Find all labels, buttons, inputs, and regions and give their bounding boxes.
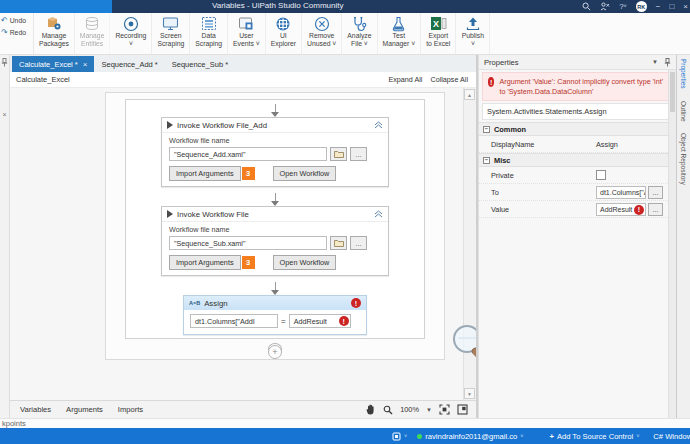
svg-text:X: X bbox=[433, 19, 439, 29]
fit-to-screen-icon[interactable] bbox=[439, 404, 450, 415]
breadcrumb-bar: Calculate_Excel Expand All Collapse All bbox=[10, 72, 476, 88]
ui-explorer-icon bbox=[275, 15, 291, 32]
ellipsis-button[interactable]: ... bbox=[350, 236, 367, 250]
right-dock-strip: Properties Outline Object Repository bbox=[676, 55, 690, 418]
private-checkbox[interactable] bbox=[596, 170, 606, 180]
close-icon[interactable]: × bbox=[683, 3, 688, 11]
error-icon[interactable]: ! bbox=[351, 298, 361, 308]
ribbon-item-ui-explorer[interactable]: UI Explorer bbox=[266, 13, 302, 54]
zoom-icon[interactable] bbox=[383, 405, 393, 415]
manage-entities-icon bbox=[84, 15, 100, 32]
ribbon-item-test-manager[interactable]: Test Manager ˅ bbox=[378, 13, 422, 54]
section-misc[interactable]: − Misc bbox=[479, 153, 676, 167]
document-tabs: Calculate_Excel * × Sequence_Add * Seque… bbox=[10, 55, 476, 72]
ribbon-item-publish[interactable]: Publish ˅ bbox=[456, 13, 490, 54]
tab-sequence-sub[interactable]: Sequence_Sub * bbox=[165, 56, 235, 72]
status-icon[interactable]: ˅ bbox=[392, 432, 407, 441]
pan-hand-icon[interactable] bbox=[366, 404, 376, 415]
ribbon-item-remove-unused[interactable]: Remove Unused ˅ bbox=[302, 13, 342, 54]
notifications-icon[interactable] bbox=[600, 2, 610, 11]
activity-invoke-workflow-file-add[interactable]: Invoke Workflow File_Add Workflow file n… bbox=[161, 117, 389, 187]
assign-value-input[interactable]: AddResult ! bbox=[289, 314, 351, 328]
collapse-all-link[interactable]: Collapse All bbox=[430, 75, 468, 84]
collapse-box-icon[interactable]: − bbox=[483, 126, 490, 133]
minimize-icon[interactable]: − bbox=[656, 3, 661, 11]
ellipsis-button[interactable]: ... bbox=[350, 147, 367, 161]
open-workflow-button[interactable]: Open Workflow bbox=[273, 166, 337, 181]
collapse-chevron-icon[interactable] bbox=[374, 121, 383, 129]
collapse-chevron-icon[interactable] bbox=[374, 210, 383, 218]
imports-tab[interactable]: Imports bbox=[118, 405, 143, 414]
ribbon-item-user-events[interactable]: User Events ˅ bbox=[228, 13, 266, 54]
connector-arrow bbox=[271, 104, 279, 117]
variables-tab[interactable]: Variables bbox=[20, 405, 51, 414]
arguments-count-badge: 3 bbox=[242, 256, 255, 269]
avatar[interactable]: RK bbox=[636, 1, 647, 12]
ribbon-item-analyze-file[interactable]: Analyze File ˅ bbox=[342, 13, 377, 54]
pin-icon[interactable] bbox=[664, 58, 671, 67]
activity-invoke-workflow-file[interactable]: Invoke Workflow File Workflow file name … bbox=[161, 206, 389, 276]
value-field[interactable]: AddResult ! bbox=[596, 203, 646, 216]
redo-button[interactable]: ↷Redo bbox=[1, 28, 33, 37]
add-to-source-control[interactable]: + Add To Source Control ˅ bbox=[549, 432, 639, 441]
collapse-box-icon[interactable]: − bbox=[483, 157, 490, 164]
tab-calculate-excel[interactable]: Calculate_Excel * × bbox=[12, 56, 94, 72]
workflow-file-input[interactable]: "Sequence_Sub.xaml" bbox=[169, 236, 327, 250]
ribbon-item-manage-entities[interactable]: Manage Entities bbox=[75, 13, 111, 54]
magnifier-cursor-icon bbox=[448, 322, 476, 370]
screen-scraping-icon bbox=[162, 15, 179, 32]
section-common[interactable]: − Common bbox=[479, 122, 676, 136]
activity-assign[interactable]: A=B Assign ! dt1.Columns["AddI = AddResu… bbox=[183, 295, 367, 335]
pin-icon[interactable] bbox=[1, 58, 8, 67]
maximize-icon[interactable]: □ bbox=[669, 3, 674, 11]
breadcrumb[interactable]: Calculate_Excel bbox=[16, 75, 70, 84]
error-icon[interactable]: ! bbox=[339, 316, 349, 326]
add-activity-button[interactable]: + bbox=[268, 345, 282, 359]
dock-tab-outline[interactable]: Outline bbox=[680, 101, 687, 122]
expand-all-link[interactable]: Expand All bbox=[388, 75, 422, 84]
project-language[interactable]: C# Windows - Legac bbox=[653, 432, 690, 441]
help-icon[interactable]: ?˅ bbox=[619, 3, 627, 11]
user-events-icon bbox=[238, 15, 254, 32]
workflow-file-input[interactable]: "Sequence_Add.xaml" bbox=[169, 147, 327, 161]
account-status[interactable]: ravindrainfo2011@gmail.co ˅ bbox=[417, 432, 523, 441]
browse-folder-button[interactable] bbox=[330, 147, 347, 161]
dock-tab-object-repository[interactable]: Object Repository bbox=[680, 133, 687, 185]
overview-icon[interactable] bbox=[457, 404, 468, 415]
close-panel-icon[interactable]: × bbox=[2, 111, 6, 118]
error-icon[interactable]: ! bbox=[634, 205, 644, 215]
ribbon-item-recording[interactable]: Recording ˅ bbox=[110, 13, 152, 54]
assign-to-input[interactable]: dt1.Columns["AddI bbox=[190, 314, 278, 328]
remove-unused-icon bbox=[314, 15, 330, 32]
undo-button[interactable]: ↶Undo bbox=[1, 16, 33, 25]
tab-close-icon[interactable]: × bbox=[83, 60, 88, 69]
ribbon-item-export-to-excel[interactable]: X Export to Excel bbox=[421, 13, 456, 54]
zoom-level[interactable]: 100% bbox=[400, 405, 419, 414]
to-ellipsis-button[interactable]: ... bbox=[648, 186, 663, 199]
tab-sequence-add[interactable]: Sequence_Add * bbox=[94, 56, 164, 72]
open-workflow-button[interactable]: Open Workflow bbox=[273, 255, 337, 270]
undo-icon: ↶ bbox=[1, 16, 8, 25]
scroll-down-icon[interactable]: ▼ bbox=[464, 388, 475, 399]
browse-folder-button[interactable] bbox=[330, 236, 347, 250]
displayname-value[interactable]: Assign bbox=[596, 140, 618, 149]
import-arguments-button[interactable]: Import Arguments bbox=[169, 166, 241, 181]
chevron-down-icon[interactable]: ▼ bbox=[652, 59, 658, 65]
connector-arrow bbox=[271, 282, 279, 295]
background-window-text: kpoints bbox=[0, 418, 690, 428]
import-arguments-button[interactable]: Import Arguments bbox=[169, 255, 241, 270]
ribbon-item-data-scraping[interactable]: Data Scraping bbox=[190, 13, 228, 54]
scroll-up-icon[interactable]: ▲ bbox=[464, 89, 475, 100]
dock-tab-properties[interactable]: Properties bbox=[680, 59, 687, 89]
search-icon[interactable] bbox=[582, 2, 591, 11]
arguments-tab[interactable]: Arguments bbox=[66, 405, 103, 414]
designer-canvas[interactable]: Invoke Workflow File_Add Workflow file n… bbox=[10, 88, 476, 400]
ribbon-item-screen-scraping[interactable]: Screen Scraping bbox=[152, 13, 190, 54]
redo-icon: ↷ bbox=[1, 28, 8, 37]
ribbon-item-manage-packages[interactable]: Manage Packages bbox=[34, 13, 75, 54]
value-ellipsis-button[interactable]: ... bbox=[648, 203, 663, 216]
properties-scrollbar[interactable] bbox=[668, 70, 676, 418]
zoom-caret-icon[interactable]: ▼ bbox=[426, 407, 432, 413]
to-field[interactable]: dt1.Columns["AddR bbox=[596, 186, 646, 199]
error-message: Argument 'Value': Cannot implicitly conv… bbox=[499, 77, 667, 96]
